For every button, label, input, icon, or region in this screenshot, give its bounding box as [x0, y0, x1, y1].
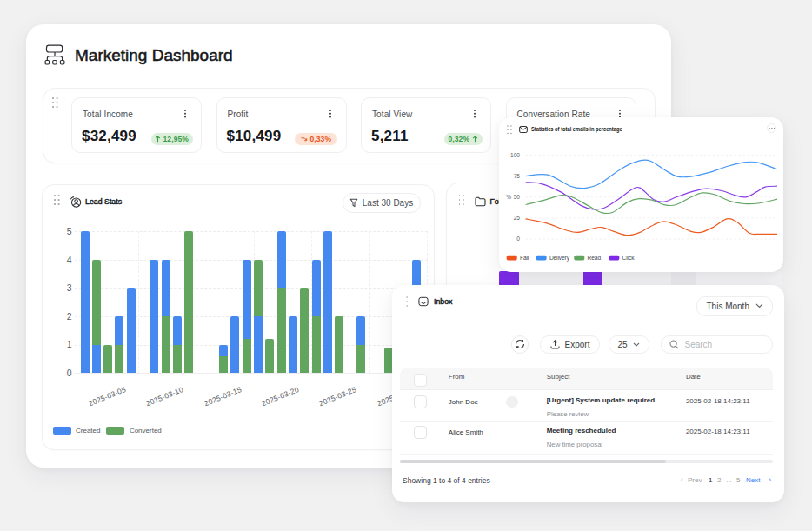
svg-text:Fail: Fail	[520, 255, 529, 261]
svg-text:Click: Click	[622, 255, 636, 261]
svg-text:100: 100	[510, 152, 520, 158]
svg-text:75: 75	[514, 173, 521, 179]
svg-text:50: 50	[514, 194, 521, 200]
svg-text:0: 0	[516, 236, 520, 242]
svg-text:Read: Read	[588, 255, 602, 261]
svg-text:Delivery: Delivery	[549, 255, 570, 262]
svg-text:25: 25	[514, 215, 521, 221]
svg-text:%: %	[506, 194, 511, 200]
